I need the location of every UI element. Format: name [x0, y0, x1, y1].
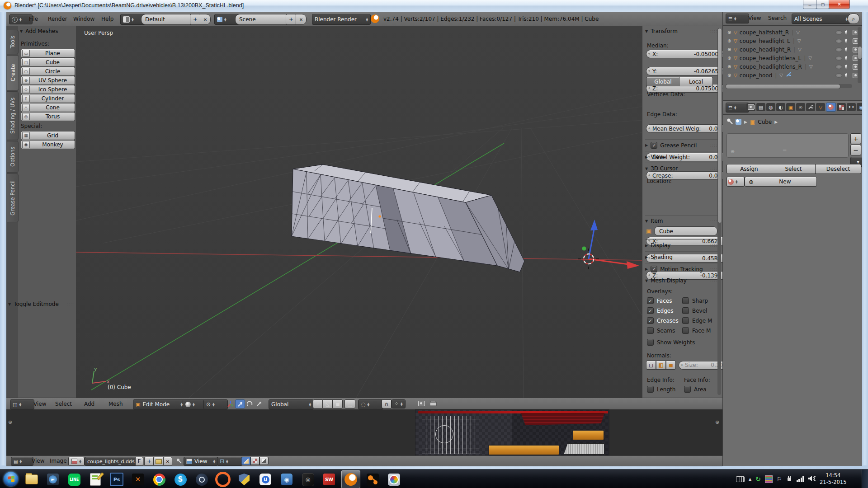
cursor-3d-panel-header[interactable]: ▼3D Cursor::::: [645, 163, 717, 172]
face-area-checkbox[interactable]: Area: [684, 386, 707, 393]
median-x-field[interactable]: ◂X:-0.05000▸: [646, 50, 723, 58]
viewport-menu-add[interactable]: Add: [84, 401, 94, 407]
taskbar-skype-icon[interactable]: S: [171, 471, 189, 488]
menu-render[interactable]: Render: [48, 16, 67, 22]
taskbar-origin-icon[interactable]: [214, 471, 232, 488]
outliner-v-scrollbar[interactable]: [858, 27, 861, 83]
visibility-icon[interactable]: [835, 39, 842, 43]
visibility-icon[interactable]: [835, 56, 842, 61]
expand-icon[interactable]: ⊕: [727, 64, 731, 69]
shelf-tab-options[interactable]: Options: [7, 141, 19, 173]
scene-tab-icon[interactable]: ◍: [766, 103, 775, 111]
region-expand-left-icon[interactable]: ⊕: [8, 419, 12, 425]
add-monkey-button[interactable]: ◉Monkey: [21, 140, 75, 149]
overlay-bevel[interactable]: Bevel: [682, 307, 707, 314]
uv-editor-type-selector[interactable]: ▤ ▲▼: [11, 457, 33, 466]
visibility-icon[interactable]: [835, 73, 842, 78]
material-slot-list[interactable]: ⊕ ═: [726, 133, 849, 158]
outliner-menu-view[interactable]: View: [748, 15, 761, 21]
grease-pencil-checkbox[interactable]: ✓: [651, 142, 657, 149]
outliner-display-filter[interactable]: All Scenes ▲▼: [792, 14, 850, 24]
menu-window[interactable]: Window: [73, 16, 94, 22]
display-panel-header[interactable]: ▶Display::::: [645, 239, 717, 249]
tray-sync-icon[interactable]: ↻: [755, 475, 761, 483]
proportional-edit-selector[interactable]: ◌ ▲▼: [358, 399, 383, 409]
overlay-seams[interactable]: Seams: [647, 327, 675, 334]
taskbar-nodes-app-icon[interactable]: [363, 471, 382, 488]
select-button[interactable]: Select: [771, 164, 816, 174]
face-normals-toggle[interactable]: ◼: [666, 361, 676, 370]
add-grid-button[interactable]: ▦Grid: [21, 131, 75, 140]
outliner-h-scrollbar[interactable]: [726, 84, 852, 88]
rotate-tool-button[interactable]: [245, 400, 254, 408]
expand-icon[interactable]: ⊕: [727, 73, 731, 78]
expand-icon[interactable]: ⊕: [727, 38, 731, 43]
global-toggle-button[interactable]: Global: [646, 77, 680, 86]
scale-tool-button[interactable]: [254, 400, 263, 408]
median-y-field[interactable]: ◂Y:-0.06265▸: [646, 67, 723, 75]
view-panel-header[interactable]: ▶View::::: [645, 151, 717, 160]
selectable-icon[interactable]: [845, 38, 850, 43]
vertex-normals-toggle[interactable]: ◻: [646, 361, 656, 370]
motion-tracking-checkbox[interactable]: ✓: [651, 266, 657, 272]
panel-drag-dots-icon[interactable]: ::::: [710, 29, 717, 33]
taskbar-explorer-icon[interactable]: [23, 471, 41, 488]
viewport-render-image-icon[interactable]: [417, 399, 426, 408]
tray-action-center-flag-icon[interactable]: ⚐: [777, 476, 782, 483]
new-material-button[interactable]: ⊕ New: [745, 177, 817, 187]
render-engine-selector[interactable]: Blender Render ▲▼: [312, 14, 371, 25]
open-image-button[interactable]: [153, 457, 164, 466]
overlay-faces[interactable]: ✓Faces: [647, 297, 672, 304]
item-panel-header[interactable]: ▼Item::::: [645, 215, 717, 224]
add-ico-sphere-button[interactable]: ◇Ico Sphere: [21, 85, 75, 94]
shading-panel-header[interactable]: ▶Shading::::: [645, 251, 717, 260]
assign-button[interactable]: Assign: [726, 164, 772, 174]
shelf-tab-grease-pencil[interactable]: Grease Pencil: [7, 174, 19, 222]
overlay-edge-marks[interactable]: Edge M: [682, 317, 712, 324]
transform-panel-header[interactable]: ▼Transform::::: [645, 28, 717, 34]
loop-normals-toggle[interactable]: ◧: [656, 361, 666, 370]
uv-pivot-selector[interactable]: ⊡ ▲▼: [217, 457, 242, 466]
uv-draw-checker-icon[interactable]: [250, 457, 259, 465]
selectable-icon[interactable]: [845, 72, 850, 78]
toggle-editmode-panel-header[interactable]: ▼ Toggle Editmode ::::: [8, 301, 74, 307]
taskbar-chrome-icon[interactable]: [150, 471, 168, 488]
tray-keyboard-icon[interactable]: [736, 476, 745, 482]
viewport-menu-mesh[interactable]: Mesh: [108, 401, 123, 407]
normals-size-field[interactable]: ◂Size:0.10▸: [679, 361, 723, 370]
outliner-item-coupe-headlightlens-L[interactable]: ⊕▽ coupe_headlightlens_L|▽: [727, 54, 859, 62]
taskbar-shield-game-icon[interactable]: [235, 471, 253, 488]
constraints-tab-icon[interactable]: ∞: [796, 103, 805, 111]
selectable-icon[interactable]: [845, 64, 850, 69]
tray-power-icon[interactable]: [786, 475, 793, 483]
taskbar-solidworks-icon[interactable]: SW: [320, 471, 338, 488]
new-image-button[interactable]: +: [144, 457, 154, 466]
taskbar-blender-icon[interactable]: [341, 470, 360, 488]
overlay-edges[interactable]: ✓Edges: [647, 307, 673, 314]
outliner-item-coupe-headlight-R[interactable]: ⊕▽ coupe_headlight_R|▽: [727, 45, 859, 54]
vertex-select-mode-icon[interactable]: ◦: [313, 399, 323, 408]
taskbar-media-player-icon[interactable]: ►: [44, 471, 62, 488]
viewport-render-anim-icon[interactable]: [429, 399, 438, 408]
unlink-image-button[interactable]: ✕: [163, 457, 172, 466]
uv-display-mode-selector[interactable]: View ▲▼: [184, 457, 218, 466]
shelf-tab-shading-uvs[interactable]: Shading / UVs: [7, 91, 19, 140]
outliner-search-icon[interactable]: ⌕: [848, 14, 859, 24]
menu-help[interactable]: Help: [101, 16, 113, 22]
tray-volume-icon[interactable]: [808, 475, 816, 483]
object-tab-icon[interactable]: ▣: [786, 103, 795, 111]
add-cone-button[interactable]: △Cone: [21, 103, 75, 112]
outliner-item-coupe-headlightlens-R[interactable]: ⊕▽ coupe_headlightlens_R|▽: [727, 62, 859, 71]
mean-bevel-weight-field[interactable]: ◂Mean Bevel Weig:0.00▸: [646, 124, 723, 133]
overlay-face-marks[interactable]: Face M: [682, 327, 711, 334]
transform-orientation-selector[interactable]: Global ▲▼: [269, 399, 314, 409]
shelf-tab-create[interactable]: Create: [7, 55, 19, 90]
add-cube-button[interactable]: ◻Cube: [21, 58, 75, 67]
deselect-button[interactable]: Deselect: [815, 164, 861, 174]
tray-hidden-icons-arrow[interactable]: ▲: [749, 477, 751, 481]
layout-delete-button[interactable]: ✕: [200, 14, 211, 25]
render-tab-icon[interactable]: [746, 103, 755, 111]
viewport-shading-selector[interactable]: ▲▼: [183, 399, 206, 409]
limit-selection-visible-icon[interactable]: ⬚: [344, 399, 355, 408]
add-circle-button[interactable]: ○Circle: [21, 67, 75, 76]
